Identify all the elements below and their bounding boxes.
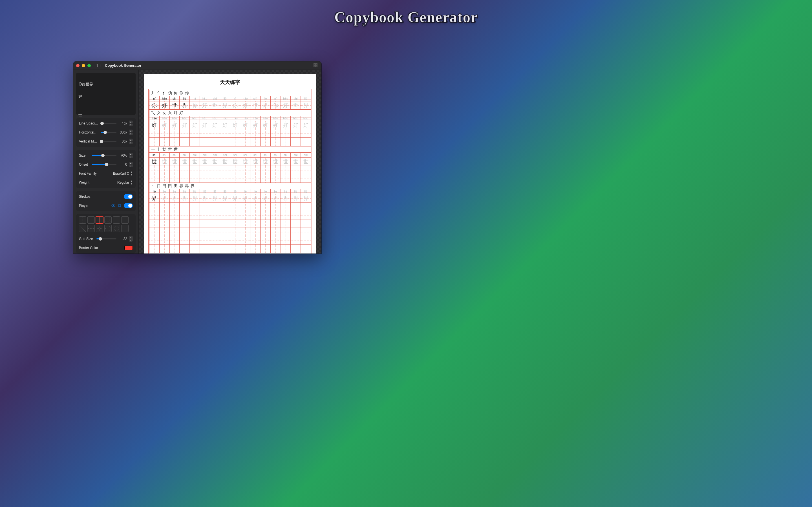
grid-style-option[interactable] <box>87 216 95 224</box>
svg-rect-5 <box>316 65 317 67</box>
toolbar-grid-icon[interactable] <box>313 63 317 68</box>
preview-pane[interactable]: 天天练字 丿亻亻仂你你你nǐhǎoshìjiènǐhǎoshìjiènǐhǎos… <box>139 70 321 253</box>
toggles-panel: Strokes Pinyin <box>76 191 136 211</box>
line-spacing-value: 4px <box>118 121 127 125</box>
grid-style-panel: Grid Size 32 ▲▼ Border Color <box>76 214 136 253</box>
size-slider[interactable] <box>92 155 116 156</box>
vertical-margin-label: Vertical M… <box>79 139 99 144</box>
svg-rect-2 <box>314 63 315 65</box>
grid-style-option[interactable] <box>104 225 112 232</box>
grid-style-option[interactable] <box>121 225 129 232</box>
font-family-value: BiauKaiTC <box>113 172 129 175</box>
size-value: 70% <box>118 154 127 158</box>
window-zoom-button[interactable] <box>87 64 91 67</box>
grid-style-option[interactable] <box>79 225 86 232</box>
grid-style-option[interactable] <box>104 216 112 224</box>
blank-row <box>149 138 311 146</box>
vertical-margin-value: 0px <box>118 139 127 144</box>
blank-row <box>149 129 311 138</box>
offset-stepper[interactable]: ▲▼ <box>129 162 133 167</box>
grid-size-value: 32 <box>118 237 127 241</box>
input-line: 世 <box>79 113 82 117</box>
character-input[interactable]: 你好世界 好 世 界 <box>76 73 136 115</box>
window-title: Copybook Generator <box>105 63 141 68</box>
pinyin-row: shìshìshìshìshìshìshìshìshìshìshìshìshìs… <box>149 152 311 158</box>
svg-rect-4 <box>314 65 315 67</box>
line-spacing-slider[interactable] <box>101 123 116 124</box>
weight-select[interactable]: Regular ▲▼ <box>117 180 133 185</box>
character-row: 界界界界界界界界界界界界界界界界 <box>149 194 311 203</box>
character-row: 世世世世世世世世世世世世世世世世 <box>149 158 311 166</box>
pinyin-row: hǎohǎohǎohǎohǎohǎohǎohǎohǎohǎohǎohǎohǎoh… <box>149 116 311 121</box>
grid-style-option[interactable] <box>96 216 103 224</box>
grid-style-option[interactable] <box>113 225 120 232</box>
blank-row <box>149 219 311 228</box>
stroke-row: 丿亻亻仂你你你 <box>149 90 311 96</box>
grid-style-option[interactable] <box>96 225 103 232</box>
vertical-margin-slider[interactable] <box>101 141 116 142</box>
grid-style-option[interactable] <box>121 216 129 224</box>
svg-rect-3 <box>316 63 317 65</box>
grid-style-option[interactable] <box>113 216 120 224</box>
pinyin-row: nǐhǎoshìjiènǐhǎoshìjiènǐhǎoshìjiènǐhǎosh… <box>149 96 311 101</box>
border-color-swatch[interactable] <box>124 245 133 250</box>
border-color-label: Border Color <box>79 246 98 250</box>
grid-size-stepper[interactable]: ▲▼ <box>129 236 133 242</box>
offset-slider[interactable] <box>92 164 116 165</box>
paper: 天天练字 丿亻亻仂你你你nǐhǎoshìjiènǐhǎoshìjiènǐhǎos… <box>144 74 316 253</box>
character-row: 你好世界你好世界你好世界你好世界 <box>149 101 311 110</box>
eye-icon[interactable] <box>111 204 115 208</box>
horizontal-margin-slider[interactable] <box>101 132 116 133</box>
character-row: 好好好好好好好好好好好好好好好好 <box>149 121 311 129</box>
vertical-margin-stepper[interactable]: ▲▼ <box>129 138 133 144</box>
practice-sheet: 丿亻亻仂你你你nǐhǎoshìjiènǐhǎoshìjiènǐhǎoshìjiè… <box>148 89 312 253</box>
window-minimize-button[interactable] <box>82 64 85 67</box>
spacing-panel: Line Spaci… 4px ▲▼ Horizontal… 30px ▲▼ V… <box>76 118 136 147</box>
sidebar: 你好世界 好 世 界 Line Spaci… 4px ▲▼ Horizontal… <box>73 70 139 253</box>
offset-value: 0 <box>118 163 127 166</box>
svg-rect-0 <box>96 64 100 67</box>
pinyin-toggle[interactable] <box>124 203 133 208</box>
hero-title: Copybook Generator <box>335 8 477 26</box>
line-spacing-stepper[interactable]: ▲▼ <box>129 121 133 126</box>
grid-style-option[interactable] <box>87 225 95 232</box>
chevron-updown-icon: ▲▼ <box>130 180 133 185</box>
stroke-row: 乀女女女好好 <box>149 110 311 116</box>
paper-title: 天天练字 <box>148 79 312 86</box>
font-panel: Size 70% ▲▼ Offset 0 ▲▼ Font Family Biau… <box>76 150 136 188</box>
chevron-updown-icon: ▲▼ <box>130 171 133 176</box>
blank-row <box>149 203 311 211</box>
input-line: 你好世界 <box>79 82 93 86</box>
titlebar: Copybook Generator <box>73 61 321 70</box>
gear-icon[interactable] <box>117 204 121 208</box>
blank-row <box>149 245 311 253</box>
blank-row <box>149 211 311 219</box>
size-stepper[interactable]: ▲▼ <box>129 153 133 158</box>
app-window: Copybook Generator 你好世界 好 世 界 Line Spaci… <box>73 61 321 253</box>
weight-label: Weight <box>79 180 89 184</box>
pinyin-label: Pinyin <box>79 204 88 208</box>
grid-size-label: Grid Size <box>79 237 95 241</box>
font-family-label: Font Family <box>79 172 97 175</box>
input-line: 好 <box>79 94 82 99</box>
line-spacing-label: Line Spaci… <box>79 121 99 125</box>
weight-value: Regular <box>117 180 129 184</box>
stroke-row: 丶口田田田界界界 <box>149 183 311 189</box>
blank-row <box>149 236 311 245</box>
grid-style-option[interactable] <box>79 216 86 224</box>
window-close-button[interactable] <box>76 64 80 67</box>
blank-row <box>149 174 311 183</box>
blank-row <box>149 228 311 236</box>
horizontal-margin-value: 30px <box>118 130 127 134</box>
grid-size-slider[interactable] <box>96 238 116 239</box>
font-family-select[interactable]: BiauKaiTC ▲▼ <box>113 171 133 176</box>
svg-point-7 <box>113 205 114 206</box>
strokes-toggle[interactable] <box>124 194 133 199</box>
horizontal-margin-stepper[interactable]: ▲▼ <box>129 129 133 135</box>
sidebar-toggle-icon[interactable] <box>96 64 100 67</box>
stroke-row: 一十廿世世 <box>149 146 311 152</box>
blank-row <box>149 166 311 174</box>
traffic-lights <box>76 64 91 67</box>
grid-style-picker <box>79 216 133 232</box>
size-label: Size <box>79 154 90 158</box>
